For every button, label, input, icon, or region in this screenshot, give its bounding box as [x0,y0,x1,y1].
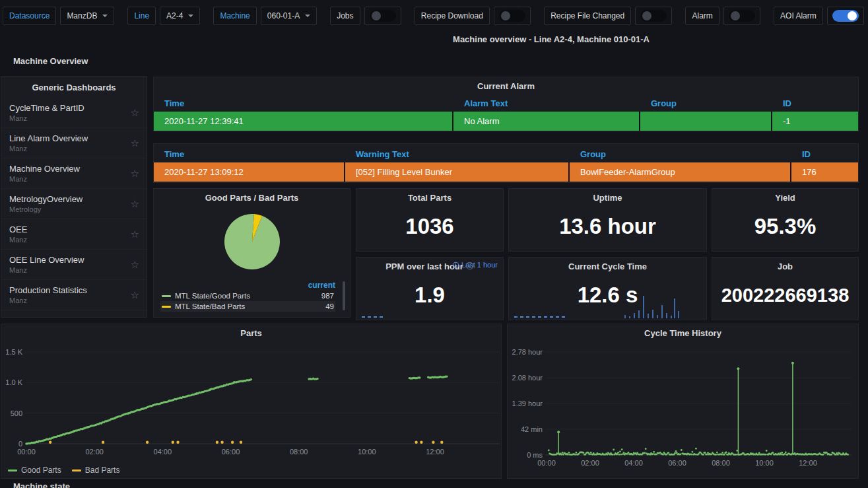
svg-text:06:00: 06:00 [668,459,686,467]
dashboard-link-label: OEE Line Overview [9,254,127,265]
column-header-id[interactable]: ID [772,98,858,108]
stat-value: 13.6 hour [509,206,706,251]
panel-title[interactable]: Generic Dashboards [1,77,147,98]
toggle-knob [731,11,740,20]
dashboard-folder-label: Manz [9,235,127,244]
column-header-time[interactable]: Time [154,98,453,108]
svg-text:02:00: 02:00 [581,459,599,467]
svg-text:04:00: 04:00 [154,448,172,456]
series-color-dash [72,470,81,471]
svg-text:00:00: 00:00 [17,448,36,456]
jobs-toggle[interactable] [364,7,401,25]
sidebar-item-cycletime-partid[interactable]: CycleTime & PartID Manz ☆ [1,98,147,128]
toggle-knob [372,11,381,20]
sidebar-item-production-statistics[interactable]: Production Statistics Manz ☆ [1,280,147,310]
column-header-warning-text[interactable]: Warning Text [345,149,570,159]
alarm-id-cell: -1 [772,112,858,131]
legend-item-good-parts[interactable]: MTL State/Good Parts 987 [160,291,335,301]
cycle-time-history-panel: Cycle Time History 0 ms42 min1.39 hour2.… [507,324,859,479]
star-icon[interactable]: ☆ [131,259,139,271]
parts-chart-legend: Good Parts Bad Parts [8,466,119,475]
toggle-knob [501,11,510,20]
column-header-id[interactable]: ID [791,149,858,159]
dashboard-link-label: Line Alarm Overview [9,133,127,144]
star-icon[interactable]: ☆ [131,198,139,210]
svg-text:500: 500 [11,409,22,417]
aoi-alarm-label: AOI Alarm [774,7,823,25]
column-header-alarm-text[interactable]: Alarm Text [453,98,640,108]
stat-panel-yield: Yield 95.3% [712,188,859,252]
machine-value: 060-01-A [267,11,300,20]
svg-text:2.08 hour: 2.08 hour [512,374,543,382]
panel-title[interactable]: Total Parts [356,189,503,206]
warning-panel: Time Warning Text Group ID 2020-11-27 13… [153,143,859,183]
legend-bad-parts[interactable]: Bad Parts [72,466,120,475]
line-value: A2-4 [166,11,183,20]
sidebar-item-metrology-overview[interactable]: MetrologyOverview Metrology ☆ [1,189,147,219]
dashboard-folder-label: Manz [9,144,127,153]
dashboard-folder-label: Manz [9,174,127,184]
star-icon[interactable]: ☆ [131,289,139,301]
panel-title[interactable]: Yield [712,189,858,206]
warning-table-header: Time Warning Text Group ID [154,145,858,162]
warning-time-cell: 2020-11-27 13:09:12 [154,162,345,182]
current-alarm-panel: Current Alarm Time Alarm Text Group ID 2… [153,77,859,131]
pie-legend: current MTL State/Good Parts 987 MTL Sta… [160,281,335,312]
svg-text:0: 0 [18,440,22,448]
panel-title[interactable]: Uptime [509,189,706,206]
star-icon[interactable]: ☆ [131,228,139,240]
sidebar-item-machine-overview[interactable]: Machine Overview Manz ☆ [1,158,147,189]
sidebar-item-line-alarm-overview[interactable]: Line Alarm Overview Manz ☆ [1,128,147,158]
good-bad-parts-panel: Good Parts / Bad Parts current MTL State… [153,188,351,318]
svg-text:06:00: 06:00 [222,448,240,456]
panel-title[interactable]: Job [712,258,858,275]
star-icon[interactable]: ☆ [131,168,139,180]
parts-chart-panel: Parts 05001.0 K1.5 K00:0002:0004:0006:00… [1,324,502,479]
stat-value: 95.3% [712,206,858,251]
stat-panel-job: Job 200222669138 [712,257,859,320]
aoi-alarm-toggle[interactable] [827,7,864,25]
column-header-group[interactable]: Group [640,98,772,108]
sidebar-item-oee-line-overview[interactable]: OEE Line Overview Manz ☆ [1,250,147,280]
cycle-time-chart[interactable]: 0 ms42 min1.39 hour2.08 hour2.78 hour00:… [508,324,858,478]
svg-text:1.5 K: 1.5 K [5,348,22,356]
star-icon[interactable]: ☆ [131,107,139,119]
legend-label: MTL State/Good Parts [175,292,250,300]
legend-good-parts[interactable]: Good Parts [8,466,61,475]
legend-label: Bad Parts [85,466,120,475]
legend-scrollbar[interactable] [343,281,345,310]
warning-row: 2020-11-27 13:09:12 [052] Filling Level … [154,162,858,182]
alarm-time-cell: 2020-11-27 12:39:41 [154,112,453,131]
datasource-dropdown[interactable]: ManzDB [60,7,114,25]
recipe-file-changed-toggle[interactable] [635,7,672,25]
recipe-download-toggle[interactable] [494,7,531,25]
column-header-group[interactable]: Group [570,149,791,159]
svg-text:1.0 K: 1.0 K [5,378,22,386]
legend-item-bad-parts[interactable]: MTL State/Bad Parts 49 [160,301,335,312]
legend-label: MTL State/Bad Parts [175,302,245,310]
svg-text:00:00: 00:00 [537,459,556,467]
dashboard-link-label: Machine Overview [9,163,127,174]
panel-title[interactable]: Good Parts / Bad Parts [154,189,350,206]
pie-chart[interactable] [154,206,350,275]
dashboard-link-label: Production Statistics [9,285,127,296]
parts-chart[interactable]: 05001.0 K1.5 K00:0002:0004:0006:0008:001… [1,324,501,478]
chevron-down-icon [305,15,310,17]
dashboard-link-label: OEE [9,224,127,235]
alarm-toggle[interactable] [723,7,760,25]
legend-value-header: current [160,281,335,291]
dashboard-folder-label: Manz [9,296,127,305]
machine-dropdown[interactable]: 060-01-A [261,7,317,25]
stat-value: 200222669138 [712,275,858,320]
alarm-table-header: Time Alarm Text Group ID [154,94,858,112]
row-header-machine-state[interactable]: Machine state [13,481,70,488]
row-header-machine-overview[interactable]: Machine Overview [13,56,88,66]
column-header-time[interactable]: Time [154,149,345,159]
star-icon[interactable]: ☆ [131,137,139,149]
stat-panel-ppm: PPM over last hour ⓘ Last 1 hour 1.9 [356,257,504,320]
panel-title[interactable]: Current Alarm [154,77,858,94]
warning-text-cell: [052] Filling Level Bunker [345,162,570,182]
sidebar-item-oee[interactable]: OEE Manz ☆ [1,219,147,250]
series-color-dash [162,295,171,297]
line-dropdown[interactable]: A2-4 [160,7,200,25]
